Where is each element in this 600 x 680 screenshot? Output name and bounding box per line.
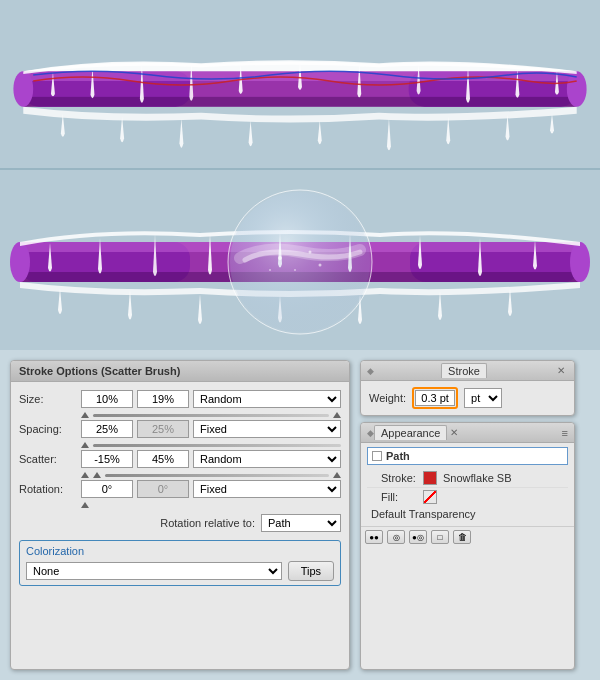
svg-point-7 <box>567 71 587 107</box>
size-dropdown[interactable]: RandomFixed <box>193 390 341 408</box>
bottom-panels: Stroke Options (Scatter Brush) Size: Ran… <box>0 350 600 680</box>
rotation-relative-label: Rotation relative to: <box>160 517 255 529</box>
svg-rect-3 <box>409 71 577 107</box>
rotation-label: Rotation: <box>19 483 77 495</box>
scatter-tri-row <box>19 472 341 478</box>
spacing-input1[interactable] <box>81 420 133 438</box>
appearance-panel: ◆ Appearance ✕ ≡ Path Stroke: Snowflake … <box>360 422 575 670</box>
scatter-input2[interactable] <box>137 450 189 468</box>
scatter-input1[interactable] <box>81 450 133 468</box>
fill-color-swatch[interactable] <box>423 490 437 504</box>
colorization-dropdown[interactable]: NoneTints <box>26 562 282 580</box>
canvas-bottom <box>0 170 600 350</box>
rotation-tri-row <box>19 502 341 508</box>
svg-point-16 <box>228 190 372 334</box>
size-input1[interactable] <box>81 390 133 408</box>
rotation-input2 <box>137 480 189 498</box>
svg-point-19 <box>309 251 312 254</box>
default-transparency: Default Transparency <box>367 506 568 522</box>
scatter-tri-left <box>81 472 89 478</box>
right-panels: ◆ Stroke ✕ Weight: ptpx ◆ Appearance ✕ ≡ <box>360 360 575 670</box>
rotation-relative-row: Rotation relative to: PathPage <box>19 514 341 532</box>
tb-btn-3[interactable]: ●◎ <box>409 530 427 544</box>
canvas-top <box>0 0 600 170</box>
stroke-color-swatch[interactable] <box>423 471 437 485</box>
stroke-options-panel: Stroke Options (Scatter Brush) Size: Ran… <box>10 360 350 670</box>
weight-label: Weight: <box>369 392 406 404</box>
rotation-tri <box>81 502 89 508</box>
svg-rect-13 <box>20 272 580 282</box>
size-label: Size: <box>19 393 77 405</box>
appearance-stroke-label: Stroke: <box>381 472 417 484</box>
spacing-label: Spacing: <box>19 423 77 435</box>
scatter-tri-right <box>333 472 341 478</box>
svg-point-21 <box>319 264 322 267</box>
colorization-box: Colorization NoneTints Tips <box>19 540 341 586</box>
scatter-label: Scatter: <box>19 453 77 465</box>
tb-btn-delete[interactable]: 🗑 <box>453 530 471 544</box>
spacing-row: Spacing: FixedRandom <box>19 420 341 438</box>
svg-point-18 <box>278 256 282 260</box>
svg-rect-9 <box>20 242 580 282</box>
svg-rect-11 <box>410 242 580 282</box>
size-row: Size: RandomFixed <box>19 390 341 408</box>
colorization-row: NoneTints Tips <box>26 561 334 581</box>
svg-rect-0 <box>4 0 597 168</box>
svg-point-17 <box>230 192 370 332</box>
stroke-tab-bar: ◆ Stroke ✕ <box>361 361 574 381</box>
appearance-stroke-row: Stroke: Snowflake SB <box>367 469 568 488</box>
spacing-tri-left <box>81 442 89 448</box>
rotation-input1[interactable] <box>81 480 133 498</box>
size-tri-row <box>19 412 341 418</box>
tb-btn-2[interactable]: ◎ <box>387 530 405 544</box>
stroke-panel: ◆ Stroke ✕ Weight: ptpx <box>360 360 575 416</box>
size-input2[interactable] <box>137 390 189 408</box>
appearance-tab-bar: ◆ Appearance ✕ ≡ <box>361 423 574 443</box>
svg-point-15 <box>570 242 590 282</box>
tri-up-right <box>333 412 341 418</box>
spacing-dropdown[interactable]: FixedRandom <box>193 420 341 438</box>
appearance-fill-label: Fill: <box>381 491 417 503</box>
colorization-label: Colorization <box>26 545 334 557</box>
svg-point-6 <box>13 71 33 107</box>
svg-rect-12 <box>20 242 580 252</box>
svg-rect-10 <box>20 242 190 282</box>
weight-input[interactable] <box>415 390 455 406</box>
stroke-tab[interactable]: Stroke <box>441 363 487 378</box>
appearance-toolbar: ●● ◎ ●◎ □ 🗑 <box>361 526 574 547</box>
weight-input-container <box>412 387 458 409</box>
rotation-relative-dropdown[interactable]: PathPage <box>261 514 341 532</box>
path-expand-btn[interactable] <box>372 451 382 461</box>
stroke-brush-name: Snowflake SB <box>443 472 511 484</box>
appearance-body: Path Stroke: Snowflake SB Fill: Default … <box>361 443 574 526</box>
scatter-dropdown[interactable]: RandomFixed <box>193 450 341 468</box>
svg-point-20 <box>294 269 296 271</box>
appearance-menu-btn[interactable]: ≡ <box>562 427 568 439</box>
appearance-tab[interactable]: Appearance <box>374 425 447 440</box>
stroke-body: Weight: ptpx <box>361 381 574 415</box>
rotation-row: Rotation: FixedRandom <box>19 480 341 498</box>
svg-rect-4 <box>23 71 576 81</box>
tb-btn-1[interactable]: ●● <box>365 530 383 544</box>
stroke-options-title: Stroke Options (Scatter Brush) <box>11 361 349 382</box>
scatter-tri-left2 <box>93 472 101 478</box>
appearance-fill-row: Fill: <box>367 488 568 506</box>
svg-rect-5 <box>23 97 576 107</box>
tips-button[interactable]: Tips <box>288 561 334 581</box>
appearance-close-btn[interactable]: ✕ <box>447 426 461 439</box>
diamond-icon2: ◆ <box>367 428 374 438</box>
scatter-row: Scatter: RandomFixed <box>19 450 341 468</box>
svg-rect-2 <box>23 71 191 107</box>
spacing-input2 <box>137 420 189 438</box>
path-row: Path <box>367 447 568 465</box>
stroke-close-btn[interactable]: ✕ <box>554 364 568 377</box>
svg-rect-1 <box>23 71 576 107</box>
weight-unit-select[interactable]: ptpx <box>464 388 502 408</box>
rotation-dropdown[interactable]: FixedRandom <box>193 480 341 498</box>
svg-point-14 <box>10 242 30 282</box>
tri-up-left <box>81 412 89 418</box>
tb-btn-4[interactable]: □ <box>431 530 449 544</box>
spacing-tri-row <box>19 442 341 448</box>
svg-point-22 <box>269 269 271 271</box>
svg-rect-8 <box>0 170 600 350</box>
